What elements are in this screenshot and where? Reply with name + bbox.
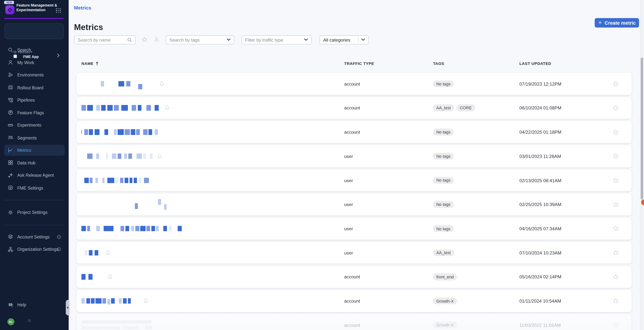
sidebar-item-environments[interactable]: Environments <box>4 70 64 80</box>
tags-cell: AA_test <box>433 249 454 256</box>
tags-cell: No tags <box>433 129 454 135</box>
redaction-block <box>104 226 114 231</box>
search-by-name-field[interactable] <box>74 35 136 44</box>
redacted-metric-name <box>82 73 279 95</box>
tags-cell: No tags <box>433 177 454 184</box>
sidebar-item-label: Pipelines <box>17 98 35 102</box>
sidebar-item-data-hub[interactable]: Data Hub <box>4 157 64 168</box>
metric-row[interactable]: user No tags 03/01/2023 11:28AM <box>76 145 632 167</box>
metric-row[interactable]: ( account No tags 04/22/2025 01:18PM <box>76 121 632 143</box>
favorite-star-button[interactable] <box>613 250 619 256</box>
favorite-star-button[interactable] <box>613 298 619 304</box>
sidebar-footer: ? Help <box>4 300 64 312</box>
avatar[interactable]: AL <box>7 318 14 325</box>
redaction-block <box>122 326 139 329</box>
sidebar-item-search[interactable]: Search <box>4 44 64 55</box>
sidebar-item-segments[interactable]: Segments <box>4 132 64 143</box>
sidebar-item-my-work[interactable]: My Work <box>4 57 64 68</box>
metric-row[interactable]: user No tags 02/25/2025 10:39AM <box>76 194 632 216</box>
breadcrumb[interactable]: Metrics <box>74 5 91 10</box>
sidebar-item-organization-settings[interactable]: Organization Settings <box>4 244 64 255</box>
sidebar-nav-primary: Search My Work Environments Rollout Boar… <box>4 44 64 256</box>
traffic-type-cell: user <box>344 202 353 207</box>
redaction-block <box>96 105 100 111</box>
categories-select[interactable]: All categories <box>320 35 369 44</box>
apps-grid-icon[interactable] <box>56 8 61 13</box>
favorite-star-button[interactable] <box>613 274 619 280</box>
redaction-block <box>96 154 99 159</box>
project-selector[interactable]: PROJECT FME App <box>5 24 64 39</box>
main-content: Metrics Metrics + Create metric Search b… <box>68 0 644 330</box>
sidebar-item-label: Search <box>17 47 31 52</box>
create-metric-label: Create metric <box>605 20 636 26</box>
redaction-block <box>128 154 132 159</box>
scrollbar-thumb[interactable] <box>640 58 643 200</box>
metric-row[interactable]: user No tags 04/16/2025 07:34AM <box>76 218 632 240</box>
redacted-metric-name <box>82 194 279 216</box>
metric-row[interactable]: user AA_test 07/10/2024 10:23AM <box>76 242 632 264</box>
redaction-block <box>122 105 128 111</box>
split-logo-icon <box>6 6 14 14</box>
tags-cell: No tags <box>433 153 454 160</box>
tag-pill: front_end <box>433 274 457 280</box>
sidebar-item-feature-flags[interactable]: Feature Flags <box>4 107 64 118</box>
redacted-metric-name <box>82 169 279 191</box>
favorite-star-button[interactable] <box>613 81 619 87</box>
redaction-block <box>158 199 161 205</box>
redaction-block <box>94 129 100 135</box>
metric-row[interactable]: account Growth-X 01/11/2024 10:54AM <box>76 290 632 312</box>
alert-bell-icon <box>143 298 148 304</box>
help-button[interactable]: ? Help <box>4 300 64 310</box>
info-icon[interactable] <box>57 234 61 239</box>
favorites-filter-button[interactable] <box>141 36 148 43</box>
sidebar-item-rollout-board[interactable]: Rollout Board <box>4 82 64 93</box>
info-icon[interactable] <box>57 247 61 252</box>
redaction-block <box>82 226 86 231</box>
create-metric-button[interactable]: + Create metric <box>595 18 639 28</box>
tag-pill: Growth-X <box>433 298 457 304</box>
sidebar-item-project-settings[interactable]: Project Settings <box>4 207 64 218</box>
redaction-block <box>156 226 159 231</box>
metric-row[interactable]: account No tags 07/19/2023 12:12PM <box>76 73 632 95</box>
favorite-star-button[interactable] <box>613 322 619 328</box>
redaction-block <box>135 226 140 231</box>
favorite-star-button[interactable] <box>613 177 619 184</box>
favorite-star-button[interactable] <box>613 226 619 232</box>
metrics-icon <box>8 148 13 153</box>
favorite-star-button[interactable] <box>613 201 619 208</box>
redaction-block <box>115 178 118 183</box>
brand-accent-divider <box>4 18 64 19</box>
sidebar-item-ask-release-agent[interactable]: Ask Release Agent <box>4 170 64 181</box>
sidebar-item-metrics[interactable]: Metrics <box>4 145 64 156</box>
feature-flags-icon <box>8 110 13 115</box>
favorite-star-button[interactable] <box>613 105 619 111</box>
metric-row[interactable]: account AA_testCORE 06/10/2024 01:08PM <box>76 97 632 119</box>
column-header-traffic-type: TRAFFIC TYPE <box>344 61 374 66</box>
column-header-name[interactable]: NAME <box>82 61 99 66</box>
redaction-block <box>124 154 127 159</box>
sparkles-icon <box>8 173 13 178</box>
redaction-block <box>138 105 142 111</box>
redaction-block <box>138 84 142 90</box>
search-by-name-input[interactable] <box>78 37 127 42</box>
search-by-tags-select[interactable]: Search by tags <box>166 35 234 44</box>
sidebar-item-account-settings[interactable]: Account Settings <box>4 231 64 242</box>
metric-row[interactable]: account front_end 05/16/2024 02:14PM <box>76 266 632 288</box>
owner-filter-button[interactable] <box>153 36 160 43</box>
redaction-block <box>101 105 106 111</box>
metric-row[interactable]: user No tags 02/13/2025 08:41AM <box>76 169 632 191</box>
sidebar-collapse-handle[interactable] <box>66 300 69 315</box>
sidebar-item-pipelines[interactable]: Pipelines <box>4 94 64 105</box>
traffic-type-select[interactable]: Filter by traffic type <box>242 35 312 44</box>
fme-logo-icon <box>8 185 13 190</box>
redaction-block <box>84 129 88 135</box>
traffic-type-cell: account <box>344 106 360 110</box>
favorite-star-button[interactable] <box>613 153 619 159</box>
favorite-star-button[interactable] <box>613 129 619 135</box>
traffic-type-cell: account <box>344 323 360 328</box>
redaction-block <box>178 226 182 231</box>
metric-row[interactable]: account Growth-X 11/03/2022 11:55AM <box>76 314 632 330</box>
sidebar-item-experiments[interactable]: Experiments <box>4 120 64 130</box>
redaction-block <box>108 178 114 183</box>
sidebar-item-fme-settings[interactable]: FME Settings <box>4 182 64 193</box>
